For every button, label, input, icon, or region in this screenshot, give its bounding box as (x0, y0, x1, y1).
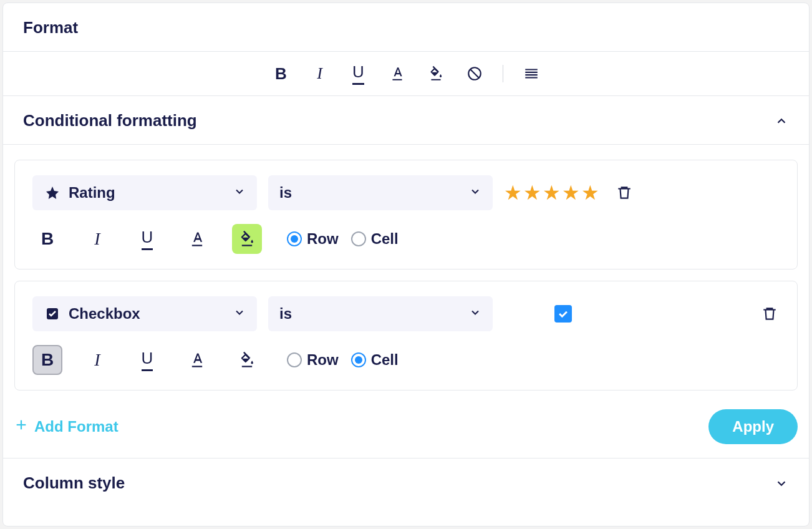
format-panel: Format B I U Conditional formatting (2, 2, 810, 527)
text-color-button[interactable] (182, 345, 212, 375)
italic-button[interactable]: I (82, 345, 112, 375)
checkbox-value[interactable] (504, 305, 622, 323)
bold-button[interactable]: B (271, 63, 292, 84)
text-color-button[interactable] (387, 63, 408, 84)
radio-label: Row (307, 351, 339, 369)
conditional-formatting-title: Conditional formatting (23, 111, 197, 130)
chevron-down-icon (469, 305, 481, 323)
rules-area: Rating is ★ ★ ★ (3, 145, 809, 404)
operator-select[interactable]: is (268, 175, 493, 210)
format-toolbar: B I U (3, 52, 809, 96)
fill-color-button[interactable] (232, 224, 262, 254)
bold-button[interactable]: B (32, 345, 62, 375)
scope-radio-group: Row Cell (287, 351, 399, 369)
operator-label: is (279, 305, 292, 323)
field-label: Checkbox (69, 305, 140, 323)
checkbox-checked-icon (554, 305, 572, 323)
svg-line-1 (470, 70, 478, 78)
rule-condition-row: Checkbox is (32, 296, 780, 331)
operator-label: is (279, 184, 292, 201)
rating-value[interactable]: ★ ★ ★ ★ ★ (504, 181, 599, 205)
rules-footer: Add Format Apply (3, 404, 809, 458)
clear-format-button[interactable] (464, 63, 485, 84)
italic-button[interactable]: I (309, 63, 331, 84)
chevron-down-icon[interactable] (774, 476, 789, 491)
chevron-down-icon (233, 184, 246, 201)
format-header: Format (3, 3, 809, 52)
align-button[interactable] (521, 63, 542, 84)
star-icon: ★ (581, 181, 599, 205)
underline-button[interactable]: U (348, 63, 369, 84)
column-style-title: Column style (23, 473, 125, 493)
rule-card: Rating is ★ ★ ★ (14, 160, 798, 269)
conditional-formatting-header[interactable]: Conditional formatting (3, 96, 809, 145)
radio-label: Cell (371, 230, 399, 248)
radio-icon (351, 231, 366, 246)
scope-cell-radio[interactable]: Cell (351, 351, 399, 369)
rule-condition-row: Rating is ★ ★ ★ (32, 175, 780, 210)
star-icon (44, 184, 61, 201)
scope-row-radio[interactable]: Row (287, 351, 339, 369)
column-style-header[interactable]: Column style (3, 458, 809, 508)
chevron-down-icon (233, 305, 246, 323)
underline-button[interactable]: U (132, 345, 162, 375)
star-icon: ★ (504, 181, 522, 205)
format-title: Format (23, 18, 78, 37)
add-format-label: Add Format (34, 418, 118, 435)
rule-format-row: B I U Row Cell (32, 345, 780, 375)
bold-button[interactable]: B (32, 224, 62, 254)
scope-cell-radio[interactable]: Cell (351, 230, 399, 248)
fill-color-button[interactable] (232, 345, 262, 375)
radio-label: Cell (371, 351, 399, 369)
text-color-button[interactable] (182, 224, 212, 254)
chevron-down-icon (469, 184, 481, 201)
star-icon: ★ (523, 181, 541, 205)
field-select[interactable]: Checkbox (32, 296, 257, 331)
plus-icon (14, 418, 28, 435)
checkbox-icon (44, 305, 61, 323)
rule-card: Checkbox is (14, 281, 798, 391)
operator-select[interactable]: is (268, 296, 493, 331)
chevron-up-icon[interactable] (774, 114, 789, 129)
radio-icon (287, 352, 302, 367)
radio-icon (287, 231, 302, 246)
delete-rule-button[interactable] (760, 304, 780, 324)
fill-color-button[interactable] (425, 63, 447, 84)
italic-button[interactable]: I (82, 224, 112, 254)
apply-button[interactable]: Apply (708, 409, 798, 444)
radio-icon (351, 352, 366, 367)
rule-format-row: B I U Row Cell (32, 224, 780, 254)
toolbar-divider (503, 65, 503, 82)
add-format-button[interactable]: Add Format (14, 418, 118, 435)
radio-label: Row (307, 230, 339, 248)
star-icon: ★ (562, 181, 580, 205)
field-label: Rating (69, 184, 115, 201)
underline-button[interactable]: U (132, 224, 162, 254)
field-select[interactable]: Rating (32, 175, 257, 210)
star-icon: ★ (543, 181, 561, 205)
scope-radio-group: Row Cell (287, 230, 399, 248)
delete-rule-button[interactable] (614, 183, 634, 203)
scope-row-radio[interactable]: Row (287, 230, 339, 248)
